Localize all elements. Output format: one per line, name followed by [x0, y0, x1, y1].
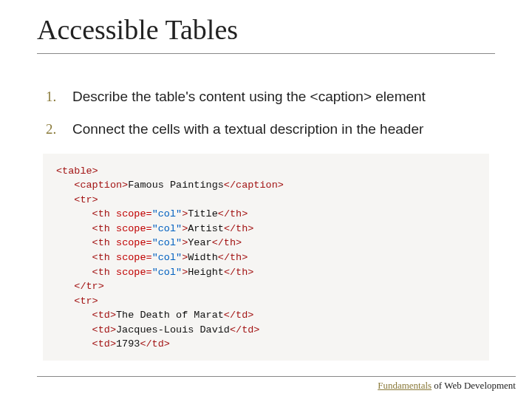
list-item: Describe the table's content using the <… [43, 88, 495, 106]
footer-accent: Fundamentals [378, 380, 432, 391]
footer: Fundamentals of Web Development [37, 376, 516, 392]
list-item: Connect the cells with a textual descrip… [43, 120, 495, 138]
code-caption-text: Famous Paintings [128, 180, 224, 191]
footer-rest: of Web Development [432, 380, 516, 391]
slide: Accessible Tables Describe the table's c… [0, 0, 532, 399]
code-example: <table> <caption>Famous Paintings</capti… [43, 154, 489, 361]
page-title: Accessible Tables [37, 13, 495, 54]
ordered-list: Describe the table's content using the <… [37, 88, 495, 139]
